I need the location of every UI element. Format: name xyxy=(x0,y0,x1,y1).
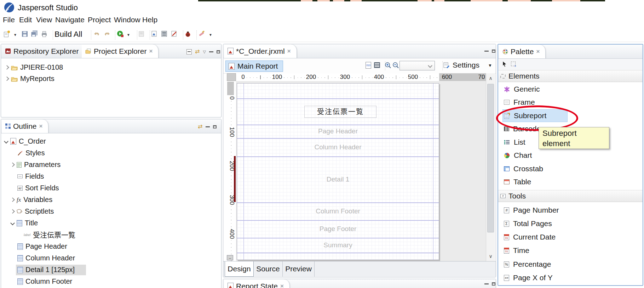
palette-section-tools[interactable]: # Tools xyxy=(498,190,643,202)
undo-button[interactable] xyxy=(93,31,100,37)
validate-report-button[interactable] xyxy=(171,31,178,37)
menu-file[interactable]: File xyxy=(3,16,15,24)
close-icon[interactable]: × xyxy=(280,283,284,288)
settings-icon[interactable] xyxy=(443,62,450,68)
minimize-icon[interactable] xyxy=(209,51,213,52)
menu-help[interactable]: Help xyxy=(142,16,157,24)
outline-item-c-order[interactable]: C_Order xyxy=(5,136,46,147)
save-all-button[interactable] xyxy=(31,30,38,37)
palette-item-time[interactable]: 31 Time xyxy=(504,245,529,256)
maximize-icon[interactable] xyxy=(492,50,495,53)
new-wizard-button[interactable] xyxy=(4,30,10,38)
zoom-level-combo[interactable] xyxy=(399,61,435,70)
outline-item-styles[interactable]: Styles xyxy=(17,148,45,159)
palette-item-list[interactable]: List xyxy=(504,137,525,148)
save-button[interactable] xyxy=(22,31,28,37)
menu-window[interactable]: Window xyxy=(114,16,140,24)
chevron-right-icon[interactable] xyxy=(5,76,9,81)
settings-button[interactable]: Settings xyxy=(453,61,479,69)
menu-navigate[interactable]: Navigate xyxy=(55,16,85,24)
maximize-icon[interactable] xyxy=(492,282,495,286)
palette-item-generic[interactable]: Generic xyxy=(504,84,540,94)
debug-bug-icon[interactable] xyxy=(185,31,191,37)
publish-link-icon[interactable] xyxy=(198,31,205,37)
tab-outline[interactable]: Outline × xyxy=(2,119,48,133)
palette-item-percentage[interactable]: % Percentage xyxy=(504,259,551,270)
dataset-button[interactable] xyxy=(139,31,145,37)
chevron-down-icon[interactable] xyxy=(10,221,15,225)
palette-item-subreport[interactable]: Subreport xyxy=(504,110,546,121)
scrollbar-thumb[interactable] xyxy=(487,84,494,232)
marquee-select-icon[interactable]: + xyxy=(511,62,516,66)
zoom-in-icon[interactable] xyxy=(385,62,392,69)
palette-item-page-x-of-y[interactable]: #/# Page X of Y xyxy=(504,272,553,283)
canvas-scrollbar[interactable]: ∧ ∨ xyxy=(486,73,495,261)
menu-view[interactable]: View xyxy=(36,16,52,24)
run-dropdown-icon[interactable]: ▼ xyxy=(127,33,130,37)
maximize-icon[interactable] xyxy=(217,50,220,53)
outline-item-scriptlets[interactable]: Scriptlets xyxy=(11,206,54,217)
design-canvas[interactable]: 受注伝票一覧 Page Header Column Header Detail … xyxy=(236,81,486,261)
outline-item-column-header[interactable]: Column Header xyxy=(17,253,75,264)
run-report-button[interactable] xyxy=(117,30,124,38)
breadcrumb-main-report[interactable]: Main Report xyxy=(225,61,283,72)
outline-item-fields[interactable]: Fields xyxy=(17,171,44,182)
tab-palette[interactable]: Palette × xyxy=(499,45,546,58)
palette-item-frame[interactable]: Frame xyxy=(504,97,535,108)
tab-design[interactable]: Design xyxy=(225,261,254,277)
publish-dropdown-icon[interactable]: ▼ xyxy=(209,33,212,37)
compile-report-button[interactable] xyxy=(151,31,157,37)
outline-item-title-label[interactable]: label 受注伝票一覧 xyxy=(24,229,75,240)
tree-item-myreports[interactable]: MyReports xyxy=(5,73,54,84)
tab-report-state[interactable]: Report State × xyxy=(224,279,290,288)
build-all-button[interactable]: Build All xyxy=(54,30,82,39)
close-icon[interactable]: × xyxy=(39,123,43,129)
list-view-icon[interactable] xyxy=(374,62,380,68)
palette-item-page-number[interactable]: # Page Number xyxy=(504,205,559,215)
print-button[interactable] xyxy=(41,31,47,37)
minimize-icon[interactable] xyxy=(484,51,489,52)
palette-item-total-pages[interactable]: Σ Total Pages xyxy=(504,218,552,229)
tab-repository-explorer[interactable]: Repository Explorer xyxy=(2,44,85,58)
tab-source[interactable]: Source xyxy=(254,261,283,277)
palette-item-current-date[interactable]: 31 Current Date xyxy=(504,232,556,242)
outline-item-sort-fields[interactable]: az Sort Fields xyxy=(17,183,59,194)
outline-item-title[interactable]: Title xyxy=(11,218,38,229)
select-cursor-icon[interactable] xyxy=(502,61,507,67)
palette-section-elements[interactable]: Elements xyxy=(498,70,643,82)
scroll-up-icon[interactable]: ∧ xyxy=(486,74,495,82)
tab-c-order-jrxml[interactable]: *C_Order.jrxml × xyxy=(224,44,297,58)
chevron-down-icon[interactable] xyxy=(4,139,8,144)
tab-preview[interactable]: Preview xyxy=(283,261,315,277)
collapse-all-icon[interactable] xyxy=(186,49,192,54)
close-icon[interactable]: × xyxy=(149,48,153,54)
report-page[interactable]: 受注伝票一覧 Page Header Column Header Detail … xyxy=(237,83,439,260)
palette-item-table[interactable]: Table xyxy=(504,177,531,187)
expand-layers-icon[interactable]: ⇄ xyxy=(198,124,202,129)
datasource-button[interactable] xyxy=(161,31,167,37)
minimize-icon[interactable] xyxy=(206,126,210,127)
zoom-out-icon[interactable] xyxy=(392,62,399,69)
scroll-down-icon[interactable]: ∨ xyxy=(486,252,495,260)
redo-button[interactable] xyxy=(103,31,110,37)
outline-item-variables[interactable]: fx Variables xyxy=(11,194,52,205)
new-dropdown-icon[interactable]: ▼ xyxy=(13,33,17,37)
close-icon[interactable]: × xyxy=(287,48,291,54)
outline-item-column-footer[interactable]: Column Footer xyxy=(17,276,72,287)
palette-item-chart[interactable]: Chart xyxy=(504,150,532,161)
xml-source-icon[interactable]: 010 xyxy=(366,62,371,69)
view-menu-icon[interactable]: ▽ xyxy=(203,50,206,54)
menu-project[interactable]: Project xyxy=(88,16,111,24)
tree-item-jpiere[interactable]: JPIERE-0108 xyxy=(5,62,63,73)
chevron-right-icon[interactable] xyxy=(10,209,15,214)
link-with-editor-icon[interactable]: ⇄ xyxy=(195,49,200,54)
outline-item-detail-1[interactable]: Detail 1 [125px] xyxy=(17,264,75,275)
minimize-icon[interactable] xyxy=(484,283,489,284)
palette-item-crosstab[interactable]: Crosstab xyxy=(504,163,543,174)
chevron-right-icon[interactable] xyxy=(10,197,15,202)
outline-item-parameters[interactable]: Parameters xyxy=(11,159,61,170)
maximize-icon[interactable] xyxy=(213,125,217,128)
title-text-element[interactable]: 受注伝票一覧 xyxy=(304,106,376,118)
chevron-right-icon[interactable] xyxy=(5,65,9,70)
settings-dropdown-icon[interactable]: ▼ xyxy=(488,63,492,68)
